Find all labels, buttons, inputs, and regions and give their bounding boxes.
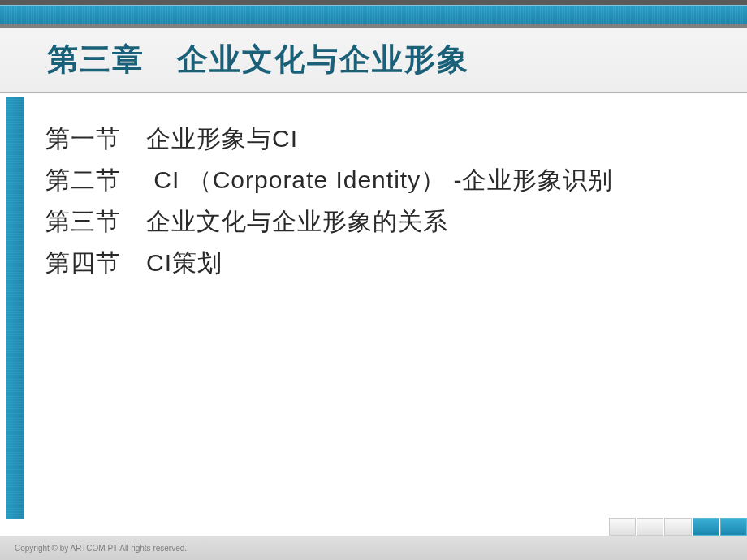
footer-deco-block: [720, 518, 747, 536]
footer-deco-block: [609, 518, 636, 536]
chapter-title: 第三章 企业文化与企业形象: [47, 39, 469, 80]
section-item: 第一节 企业形象与CI: [45, 118, 715, 159]
left-decorative-sidebar: [6, 97, 24, 519]
footer-bar: Copyright © by ARTCOM PT All rights rese…: [0, 536, 747, 560]
footer-deco-block: [637, 518, 663, 536]
footer-decoration: [609, 518, 747, 536]
footer-deco-block: [664, 518, 691, 536]
copyright-text: Copyright © by ARTCOM PT All rights rese…: [15, 544, 187, 553]
title-area: 第三章 企业文化与企业形象: [0, 28, 747, 93]
content-area: 第一节 企业形象与CI 第二节 CI （Corporate Identity） …: [45, 118, 715, 283]
footer-deco-block: [693, 518, 719, 536]
section-item: 第四节 CI策划: [45, 242, 715, 283]
header-decorative-band: [0, 5, 747, 28]
section-item: 第二节 CI （Corporate Identity） ‐企业形象识别: [45, 159, 715, 200]
section-item: 第三节 企业文化与企业形象的关系: [45, 200, 715, 242]
